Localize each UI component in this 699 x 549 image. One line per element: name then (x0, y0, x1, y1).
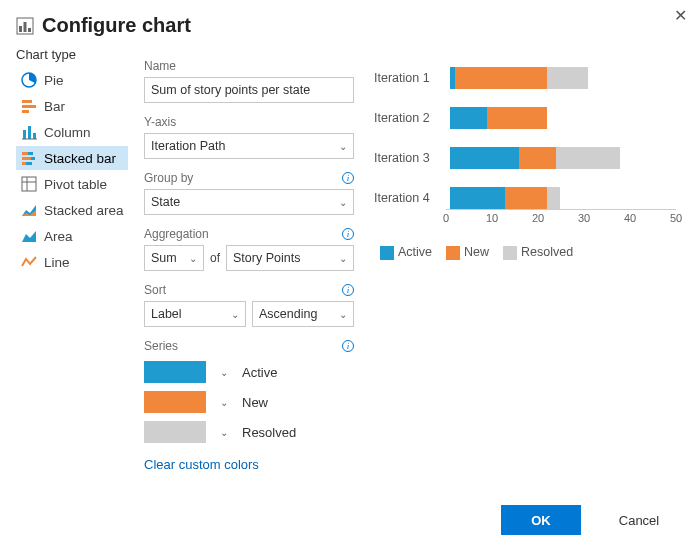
svg-rect-9 (28, 126, 31, 139)
svg-rect-17 (26, 162, 32, 165)
series-row: ⌄Active (144, 361, 354, 383)
chevron-down-icon: ⌄ (231, 309, 239, 320)
svg-rect-14 (22, 157, 31, 160)
bar-segment (487, 107, 547, 129)
series-label: Series i (144, 339, 354, 353)
series-name: Active (242, 365, 277, 380)
legend-swatch (446, 246, 460, 260)
svg-marker-23 (22, 231, 36, 242)
chart-type-label: Line (44, 255, 70, 270)
yaxis-label: Y-axis (144, 115, 354, 129)
chart-type-label: Chart type (16, 47, 128, 62)
bar-segment (519, 147, 556, 169)
info-icon[interactable]: i (342, 340, 354, 352)
dialog-footer: OK Cancel (501, 505, 679, 535)
bar-row: Iteration 2 (374, 107, 683, 129)
name-input[interactable] (144, 77, 354, 103)
chevron-down-icon[interactable]: ⌄ (220, 367, 228, 378)
svg-rect-18 (22, 177, 36, 191)
config-form: Name Y-axis Iteration Path ⌄ Group by i … (144, 47, 354, 472)
bar-segment (450, 147, 519, 169)
legend-swatch (503, 246, 517, 260)
svg-rect-5 (22, 100, 32, 103)
chart-type-stacked-bar[interactable]: Stacked bar (16, 146, 128, 170)
series-row: ⌄New (144, 391, 354, 413)
bar-segment (505, 187, 546, 209)
axis-tick: 0 (443, 212, 449, 224)
svg-rect-7 (22, 110, 29, 113)
chart-type-column[interactable]: Column (16, 120, 128, 144)
ok-button[interactable]: OK (501, 505, 581, 535)
bar-row: Iteration 1 (374, 67, 683, 89)
svg-rect-12 (22, 152, 28, 155)
chevron-down-icon: ⌄ (339, 309, 347, 320)
legend-item: Active (380, 245, 432, 260)
chevron-down-icon[interactable]: ⌄ (220, 397, 228, 408)
chevron-down-icon[interactable]: ⌄ (220, 427, 228, 438)
chart-type-pie[interactable]: Pie (16, 68, 128, 92)
info-icon[interactable]: i (342, 284, 354, 296)
group-by-select[interactable]: State ⌄ (144, 189, 354, 215)
series-color-swatch[interactable] (144, 361, 206, 383)
chevron-down-icon: ⌄ (339, 253, 347, 264)
chart-type-panel: Chart type PieBarColumnStacked barPivot … (16, 47, 128, 472)
chart-header-icon (16, 17, 34, 35)
info-icon[interactable]: i (342, 228, 354, 240)
chart-type-label: Stacked area (44, 203, 124, 218)
sort-label: Sort i (144, 283, 354, 297)
group-by-label: Group by i (144, 171, 354, 185)
bar-category-label: Iteration 3 (374, 151, 440, 165)
close-icon[interactable]: ✕ (674, 6, 687, 25)
svg-rect-1 (19, 26, 22, 32)
bar-row: Iteration 3 (374, 147, 683, 169)
chart-type-stacked-area[interactable]: Stacked area (16, 198, 128, 222)
bar-category-label: Iteration 4 (374, 191, 440, 205)
svg-rect-10 (33, 133, 36, 139)
series-row: ⌄Resolved (144, 421, 354, 443)
bar-segment (556, 147, 620, 169)
chart-type-label: Bar (44, 99, 65, 114)
chart-type-area[interactable]: Area (16, 224, 128, 248)
chart-type-line[interactable]: Line (16, 250, 128, 274)
bar-track (450, 107, 680, 129)
bar-segment (455, 67, 547, 89)
info-icon[interactable]: i (342, 172, 354, 184)
series-color-swatch[interactable] (144, 421, 206, 443)
dialog-header: Configure chart (0, 0, 699, 47)
chart-type-pivot-table[interactable]: Pivot table (16, 172, 128, 196)
legend-item: Resolved (503, 245, 573, 260)
name-label: Name (144, 59, 354, 73)
svg-rect-6 (22, 105, 36, 108)
sort-field-select[interactable]: Label ⌄ (144, 301, 246, 327)
bar-category-label: Iteration 1 (374, 71, 440, 85)
aggregation-func-select[interactable]: Sum ⌄ (144, 245, 204, 271)
bar-category-label: Iteration 2 (374, 111, 440, 125)
chart-type-label: Area (44, 229, 73, 244)
chart-type-label: Stacked bar (44, 151, 116, 166)
bar-track (450, 147, 680, 169)
chevron-down-icon: ⌄ (189, 253, 197, 264)
svg-rect-16 (22, 162, 26, 165)
svg-rect-2 (24, 22, 27, 32)
sort-dir-select[interactable]: Ascending ⌄ (252, 301, 354, 327)
yaxis-select[interactable]: Iteration Path ⌄ (144, 133, 354, 159)
aggregation-field-select[interactable]: Story Points ⌄ (226, 245, 354, 271)
axis-tick: 50 (670, 212, 682, 224)
chart-type-label: Pivot table (44, 177, 107, 192)
bar-segment (450, 187, 505, 209)
legend-swatch (380, 246, 394, 260)
series-color-swatch[interactable] (144, 391, 206, 413)
axis-tick: 30 (578, 212, 590, 224)
chevron-down-icon: ⌄ (339, 197, 347, 208)
legend-item: New (446, 245, 489, 260)
svg-rect-3 (28, 28, 31, 32)
cancel-button[interactable]: Cancel (599, 505, 679, 535)
bar-row: Iteration 4 (374, 187, 683, 209)
chart-type-bar[interactable]: Bar (16, 94, 128, 118)
svg-rect-8 (23, 130, 26, 139)
svg-rect-15 (31, 157, 35, 160)
svg-rect-13 (28, 152, 33, 155)
series-name: New (242, 395, 268, 410)
clear-custom-colors-link[interactable]: Clear custom colors (144, 457, 259, 472)
chart-type-label: Pie (44, 73, 64, 88)
